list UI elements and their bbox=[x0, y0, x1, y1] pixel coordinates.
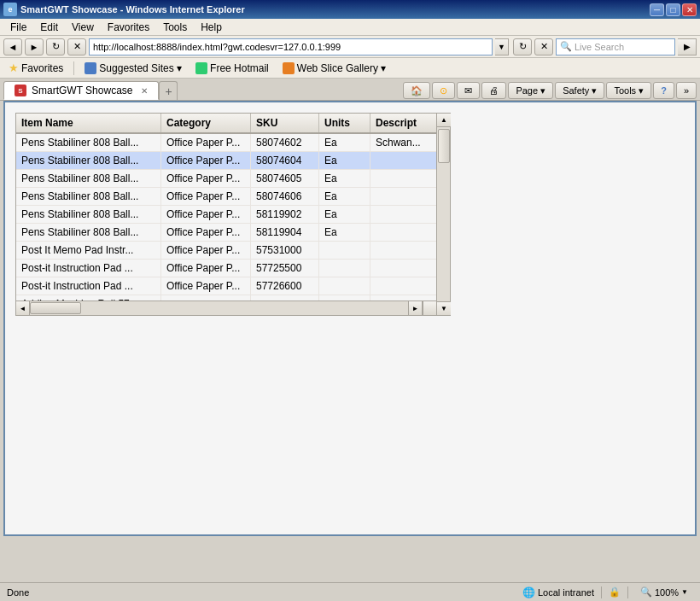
hotmail-icon bbox=[195, 62, 207, 74]
cell-category: Office Paper P... bbox=[161, 170, 251, 187]
column-header-category[interactable]: Category bbox=[161, 114, 251, 132]
suggested-sites-icon bbox=[85, 62, 96, 74]
cell-units: Ea bbox=[319, 188, 370, 205]
suggested-sites-label: Suggested Sites ▾ bbox=[99, 62, 182, 74]
table-row[interactable]: Pens Stabiliner 808 Ball...Office Paper … bbox=[16, 152, 436, 170]
table-row[interactable]: Post-it Instruction Pad ...Office Paper … bbox=[16, 277, 436, 295]
menu-file[interactable]: File bbox=[3, 20, 33, 35]
table-row[interactable]: Adding Machine Roll 57... bbox=[16, 295, 436, 300]
tab-label: SmartGWT Showcase bbox=[32, 85, 132, 96]
menu-edit[interactable]: Edit bbox=[33, 20, 65, 35]
cell-descript bbox=[370, 206, 436, 223]
cell-units: Ea bbox=[319, 152, 370, 169]
cell-category: Office Paper P... bbox=[161, 134, 251, 151]
security-status: 🌐 Local intranet bbox=[522, 586, 594, 598]
zoom-icon: 🔍 bbox=[640, 586, 652, 598]
scroll-right-button[interactable]: ► bbox=[408, 301, 422, 315]
help-button[interactable]: ? bbox=[653, 82, 674, 99]
web-slice-gallery-button[interactable]: Web Slice Gallery ▾ bbox=[277, 61, 391, 76]
minimize-button[interactable]: ─ bbox=[650, 3, 664, 16]
title-bar: e SmartGWT Showcase - Windows Internet E… bbox=[0, 0, 700, 19]
v-scroll-thumb[interactable] bbox=[438, 129, 450, 163]
table-row[interactable]: Pens Stabiliner 808 Ball...Office Paper … bbox=[16, 170, 436, 188]
cell-category bbox=[161, 295, 251, 300]
scroll-down-button[interactable]: ▼ bbox=[437, 301, 451, 315]
table-row[interactable]: Pens Stabiliner 808 Ball...Office Paper … bbox=[16, 188, 436, 206]
maximize-button[interactable]: □ bbox=[666, 3, 680, 16]
cell-descript bbox=[370, 260, 436, 277]
cell-sku: 58074602 bbox=[251, 134, 319, 151]
horizontal-scrollbar[interactable]: ◄ ► bbox=[16, 301, 423, 315]
cell-itemName: Pens Stabiliner 808 Ball... bbox=[16, 170, 161, 187]
active-tab[interactable]: S SmartGWT Showcase ✕ bbox=[3, 81, 159, 100]
stop-icon[interactable]: ✕ bbox=[534, 38, 553, 55]
browser-content: Item Name Category SKU Units Descript Pe… bbox=[3, 101, 697, 536]
v-scroll-track[interactable] bbox=[437, 127, 450, 301]
page-menu-button[interactable]: Page ▾ bbox=[508, 82, 553, 99]
cell-category: Office Paper P... bbox=[161, 260, 251, 277]
stop-button[interactable]: ✕ bbox=[67, 38, 86, 55]
page-menu-label: Page ▾ bbox=[516, 85, 545, 96]
table-row[interactable]: Pens Stabiliner 808 Ball...Office Paper … bbox=[16, 134, 436, 152]
scroll-thumb[interactable] bbox=[30, 302, 81, 314]
suggested-sites-button[interactable]: Suggested Sites ▾ bbox=[79, 61, 187, 76]
address-dropdown-arrow[interactable]: ▼ bbox=[495, 38, 509, 55]
tab-close-icon[interactable]: ✕ bbox=[141, 86, 148, 96]
cell-sku: 57725500 bbox=[251, 260, 319, 277]
zoom-level: 100% bbox=[655, 587, 679, 598]
address-input[interactable]: http://localhost:8888/index.html?gwt.cod… bbox=[89, 38, 493, 55]
column-header-sku[interactable]: SKU bbox=[251, 114, 319, 132]
search-submit-button[interactable]: ▶ bbox=[678, 38, 697, 55]
favorites-button[interactable]: ★ Favorites bbox=[3, 60, 68, 76]
cell-category: Office Paper P... bbox=[161, 242, 251, 259]
browser-icon: e bbox=[3, 3, 17, 16]
search-placeholder: Live Search bbox=[575, 42, 624, 52]
table-row[interactable]: Pens Stabiliner 808 Ball...Office Paper … bbox=[16, 224, 436, 242]
favorites-bar: ★ Favorites Suggested Sites ▾ Free Hotma… bbox=[0, 58, 700, 79]
scroll-left-button[interactable]: ◄ bbox=[16, 301, 30, 315]
extend-button[interactable]: » bbox=[676, 82, 697, 99]
refresh-icon[interactable]: ↻ bbox=[513, 38, 532, 55]
scroll-track[interactable] bbox=[30, 301, 408, 315]
menu-favorites[interactable]: Favorites bbox=[101, 20, 156, 35]
refresh-button[interactable]: ↻ bbox=[46, 38, 65, 55]
search-box[interactable]: 🔍 Live Search bbox=[556, 38, 675, 55]
scroll-corner bbox=[423, 301, 436, 315]
forward-button[interactable]: ► bbox=[25, 38, 44, 55]
menu-view[interactable]: View bbox=[65, 20, 101, 35]
close-button[interactable]: ✕ bbox=[682, 3, 697, 16]
grid-scroll-area: ◄ ► bbox=[16, 300, 436, 315]
zoom-section[interactable]: 🔍 100% ▼ bbox=[635, 586, 693, 598]
feeds-button[interactable]: ⊙ bbox=[432, 82, 455, 99]
favorites-label: Favorites bbox=[21, 62, 63, 74]
menu-help[interactable]: Help bbox=[194, 20, 229, 35]
tools-menu-button[interactable]: Tools ▾ bbox=[606, 82, 651, 99]
zoom-dropdown-arrow: ▼ bbox=[681, 588, 688, 596]
column-header-units[interactable]: Units bbox=[319, 114, 370, 132]
cell-sku: 58074606 bbox=[251, 188, 319, 205]
new-tab-button[interactable]: + bbox=[159, 81, 178, 100]
table-row[interactable]: Post It Memo Pad Instr...Office Paper P.… bbox=[16, 242, 436, 260]
print-button[interactable]: 🖨 bbox=[481, 82, 506, 99]
menu-tools[interactable]: Tools bbox=[156, 20, 194, 35]
star-icon: ★ bbox=[9, 61, 19, 74]
safety-menu-button[interactable]: Safety ▾ bbox=[555, 82, 604, 99]
cell-sku: 58119902 bbox=[251, 206, 319, 223]
cell-units: Ea bbox=[319, 224, 370, 241]
cell-category: Office Paper P... bbox=[161, 277, 251, 295]
free-hotmail-button[interactable]: Free Hotmail bbox=[190, 61, 274, 76]
back-button[interactable]: ◄ bbox=[3, 38, 22, 55]
status-divider2 bbox=[627, 586, 628, 598]
cell-units bbox=[319, 242, 370, 259]
cell-itemName: Post-it Instruction Pad ... bbox=[16, 260, 161, 277]
vertical-scrollbar[interactable]: ▲ ▼ bbox=[436, 114, 450, 315]
home-button[interactable]: 🏠 bbox=[403, 82, 430, 99]
table-row[interactable]: Pens Stabiliner 808 Ball...Office Paper … bbox=[16, 206, 436, 224]
mail-button[interactable]: ✉ bbox=[457, 82, 480, 99]
free-hotmail-label: Free Hotmail bbox=[210, 62, 269, 74]
table-row[interactable]: Post-it Instruction Pad ...Office Paper … bbox=[16, 260, 436, 277]
cell-descript: Schwan... bbox=[370, 134, 436, 151]
column-header-descript[interactable]: Descript bbox=[370, 114, 436, 132]
column-header-item-name[interactable]: Item Name bbox=[16, 114, 161, 132]
scroll-up-button[interactable]: ▲ bbox=[437, 114, 451, 127]
